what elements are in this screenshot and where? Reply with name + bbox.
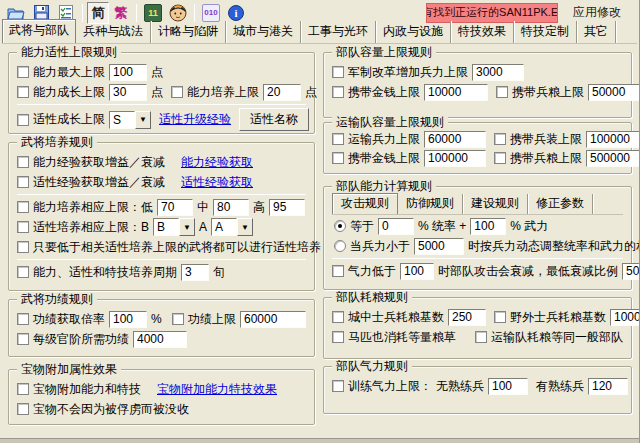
transport-troops-input[interactable] — [424, 131, 486, 148]
city-food-input[interactable] — [448, 309, 486, 326]
tab-officers-troops[interactable]: 武将与部队 — [2, 19, 76, 43]
open-folder-icon — [7, 6, 25, 20]
field-food-checkbox[interactable] — [494, 311, 506, 323]
aptitude-names-button[interactable]: 适性名称 — [239, 108, 309, 131]
transport-food-checkbox[interactable] — [494, 152, 506, 164]
morale-decay-checkbox[interactable] — [332, 265, 344, 277]
aptitude-growth-checkbox[interactable] — [17, 114, 29, 126]
merit-rate-checkbox[interactable] — [17, 313, 29, 325]
aptitude-growth-dropdown[interactable]: S ▼ — [109, 111, 151, 129]
aptitude-train-limit-checkbox[interactable] — [17, 221, 29, 233]
group-transport-capacity: 运输队容量上限规则 运输兵力上限 携带兵装上限 携带金钱上限 携带兵粮上限 — [323, 122, 632, 174]
tab-skill-custom[interactable]: 特技定制 — [514, 21, 577, 43]
ability-max-checkbox[interactable] — [17, 66, 29, 78]
merit-cap-input[interactable] — [240, 311, 306, 328]
tab-skill-effects[interactable]: 特技效果 — [451, 21, 514, 43]
label: 适性成长上限 — [33, 111, 105, 128]
troop-gold-input[interactable] — [424, 84, 488, 101]
tab-works-aura[interactable]: 工事与光环 — [301, 21, 376, 43]
field-food-input[interactable] — [610, 309, 640, 326]
tab-domestic-facilities[interactable]: 内政与设施 — [376, 21, 451, 43]
mid-limit-input[interactable] — [213, 199, 249, 216]
transport-gold-input[interactable] — [424, 150, 486, 167]
label: 当兵力小于 — [350, 238, 410, 255]
anyone-can-train-checkbox[interactable] — [17, 241, 29, 253]
tab-defense-rule[interactable]: 防御规则 — [398, 194, 463, 214]
label: % 统率 + — [418, 218, 466, 235]
low-limit-input[interactable] — [157, 199, 193, 216]
group-title: 武将培养规则 — [17, 136, 97, 149]
aptitude-b-dropdown[interactable]: B ▼ — [153, 218, 195, 236]
merit-rate-input[interactable] — [109, 311, 147, 328]
group-officer-training: 武将培养规则 能力经验获取增益／衰减 能力经验获取 适性经验获取增益／衰减 适性… — [8, 142, 315, 291]
ability-train-limit-checkbox[interactable] — [17, 201, 29, 213]
label: 时按兵力动态调整统率和武力的权重 — [468, 238, 640, 255]
reform-troops-checkbox[interactable] — [332, 66, 344, 78]
dynamic-formula-radio[interactable] — [334, 240, 346, 252]
transport-equip-checkbox[interactable] — [494, 133, 506, 145]
merit-cap-checkbox[interactable] — [172, 313, 184, 325]
merit-per-rank-checkbox[interactable] — [17, 333, 29, 345]
unit-label: 点 — [151, 64, 163, 81]
ability-exp-link[interactable]: 能力经验获取 — [181, 154, 253, 171]
veteran-morale-input[interactable] — [588, 378, 628, 395]
transport-equip-input[interactable] — [586, 131, 640, 148]
aptitude-exp-link[interactable]: 适性经验获取 — [181, 174, 253, 191]
rule-row: 能力经验获取增益／衰减 能力经验获取 — [17, 153, 306, 171]
ability-growth-input[interactable] — [109, 84, 147, 101]
merit-per-rank-input[interactable] — [133, 331, 187, 348]
rule-row: 能力成长上限 点 能力培养上限 点 — [17, 83, 306, 101]
window-bottom-edge — [0, 438, 639, 443]
tab-build-rule[interactable]: 建设规则 — [463, 194, 528, 214]
high-limit-input[interactable] — [269, 199, 305, 216]
ability-train-checkbox[interactable] — [171, 86, 183, 98]
tab-correction-params[interactable]: 修正参数 — [528, 194, 593, 214]
aptitude-upgrade-exp-link[interactable]: 适性升级经验 — [159, 111, 231, 128]
treasure-no-confiscate-checkbox[interactable] — [17, 403, 29, 415]
rule-row: 城中士兵耗粮基数 野外士兵耗粮基数 — [332, 308, 623, 326]
label: 军制改革增加兵力上限 — [348, 64, 468, 81]
min-decay-pct-input[interactable] — [622, 263, 640, 280]
troop-food-checkbox[interactable] — [496, 86, 508, 98]
tab-others[interactable]: 其它 — [577, 21, 616, 43]
leadership-pct-input[interactable] — [378, 218, 414, 235]
reform-troops-input[interactable] — [472, 64, 524, 81]
training-morale-checkbox[interactable] — [332, 380, 344, 392]
troop-food-input[interactable] — [588, 84, 640, 101]
tab-attack-rule[interactable]: 攻击规则 — [332, 193, 398, 214]
training-cycle-checkbox[interactable] — [17, 266, 29, 278]
novice-morale-input[interactable] — [488, 378, 528, 395]
group-food-consumption: 部队耗粮规则 城中士兵耗粮基数 野外士兵耗粮基数 马匹也消耗等量粮草 运输队耗粮… — [323, 297, 632, 359]
dynamic-threshold-input[interactable] — [414, 238, 464, 255]
strength-pct-input[interactable] — [470, 218, 506, 235]
transport-food-same-checkbox[interactable] — [475, 331, 487, 343]
ability-exp-checkbox[interactable] — [17, 156, 29, 168]
treasure-attach-checkbox[interactable] — [17, 383, 29, 395]
main-tab-bar: 武将与部队 兵种与战法 计略与陷阱 城市与港关 工事与光环 内政与设施 特技效果… — [2, 25, 637, 44]
label: 携带兵粮上限 — [510, 150, 582, 167]
transport-gold-checkbox[interactable] — [332, 152, 344, 164]
transport-food-input[interactable] — [586, 150, 640, 167]
tab-schemes-traps[interactable]: 计略与陷阱 — [151, 21, 226, 43]
treasure-effects-link[interactable]: 宝物附加能力特技效果 — [157, 381, 277, 398]
aptitude-a-dropdown[interactable]: A ▼ — [211, 218, 253, 236]
tab-cities-ports[interactable]: 城市与港关 — [226, 21, 301, 43]
city-food-checkbox[interactable] — [332, 311, 344, 323]
san11-logo-icon: 11 — [144, 4, 162, 22]
ability-train-input[interactable] — [263, 84, 301, 101]
toolbar-separator — [82, 4, 83, 22]
label: 能力、适性和特技培养周期 — [33, 264, 177, 281]
ability-max-input[interactable] — [109, 64, 147, 81]
group-officer-merit: 武将功绩规则 功绩获取倍率 % 功绩上限 每级官阶所需功绩 — [8, 299, 315, 357]
ability-growth-checkbox[interactable] — [17, 86, 29, 98]
rule-row: 能力培养相应上限：低 中 高 — [17, 198, 306, 216]
tab-units-tactics[interactable]: 兵种与战法 — [76, 21, 151, 43]
aptitude-exp-checkbox[interactable] — [17, 176, 29, 188]
morale-threshold-input[interactable] — [400, 263, 434, 280]
troop-gold-checkbox[interactable] — [332, 86, 344, 98]
transport-troops-checkbox[interactable] — [332, 133, 344, 145]
training-cycle-input[interactable] — [181, 264, 209, 281]
fixed-formula-radio[interactable] — [334, 220, 346, 232]
group-title: 部队容量上限规则 — [332, 46, 436, 59]
horse-food-checkbox[interactable] — [332, 331, 344, 343]
